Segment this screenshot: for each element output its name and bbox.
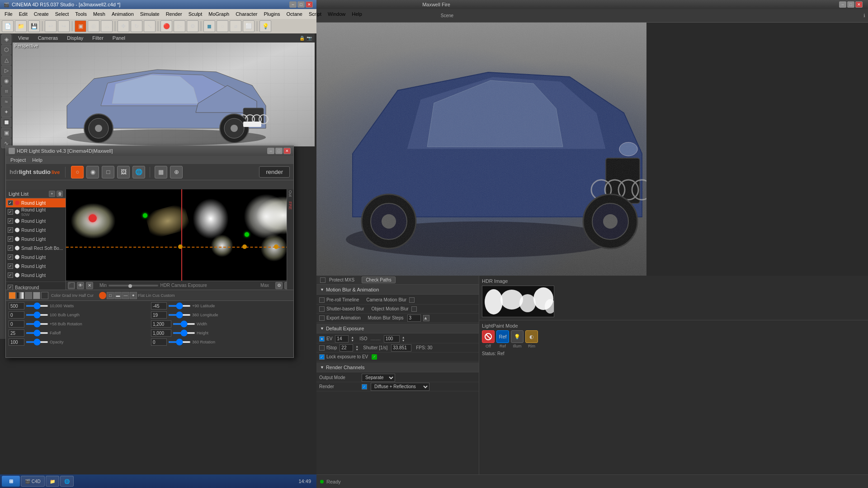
c4d-tool-model[interactable]: ◈	[1, 34, 11, 44]
shape-round[interactable]	[99, 292, 106, 299]
fstop-radio[interactable]	[319, 345, 325, 351]
light-item-0[interactable]: ✓ Round Light	[6, 198, 66, 207]
preroll-checkbox[interactable]	[319, 297, 325, 303]
c4d-tool-mograph[interactable]: ✦	[1, 107, 11, 117]
lp-off-button[interactable]	[482, 330, 495, 343]
hdr-tool-circle[interactable]: ○	[71, 166, 84, 178]
bulb-length-input[interactable]	[9, 311, 24, 319]
swatch-grad[interactable]	[17, 292, 24, 299]
canvas-light-small[interactable]	[211, 235, 233, 257]
longitude-input[interactable]	[151, 311, 167, 319]
c4d-tool-render[interactable]: 🔲	[1, 117, 11, 127]
bulb-rot-slider[interactable]	[26, 323, 48, 325]
c4d-tool-paint[interactable]: ⬡	[1, 45, 11, 55]
iso-input[interactable]	[384, 335, 400, 343]
hdr-menu-help[interactable]: Help	[29, 157, 45, 163]
shutter-input[interactable]	[391, 344, 411, 352]
lp-ref-button[interactable]: Ref	[496, 330, 509, 343]
iso-down[interactable]: ▼	[402, 339, 405, 342]
toolbar-cube[interactable]: ◼	[203, 20, 215, 32]
menu-script[interactable]: Script	[306, 10, 324, 18]
fstop-down[interactable]: ▼	[355, 348, 359, 351]
mblur-steps-input[interactable]	[407, 314, 421, 322]
menu-file[interactable]: File	[2, 10, 15, 18]
menu-octane[interactable]: Octane	[284, 10, 305, 18]
maximize-button[interactable]: □	[297, 1, 305, 8]
toolbar-render-preview[interactable]: 🔴	[160, 20, 172, 32]
light-item-bg[interactable]: ✓ Background	[6, 283, 66, 290]
toolbar-cylinder[interactable]: ⌀	[230, 20, 241, 32]
light-check-6[interactable]: ✓	[8, 254, 13, 260]
light-check-8[interactable]: ✓	[8, 272, 13, 278]
menu-simulate[interactable]: Simulate	[137, 10, 162, 18]
maxwell-maximize[interactable]: □	[847, 1, 854, 8]
menu-help[interactable]: Help	[349, 10, 365, 18]
canvas-light-far-right[interactable]	[244, 194, 289, 239]
menu-sculpt[interactable]: Sculpt	[186, 10, 205, 18]
lp-illum-button[interactable]: 💡	[511, 330, 524, 343]
close-button[interactable]: ✕	[306, 1, 313, 8]
toolbar-sel-rect[interactable]: ▣	[75, 20, 86, 32]
render-val-select[interactable]: Diffuse + Reflections All	[371, 383, 429, 391]
c4d-tool-sculpt[interactable]: △	[1, 55, 11, 65]
swatch-half[interactable]	[33, 292, 40, 299]
toolbar-rotate[interactable]: ↻	[131, 20, 142, 32]
canvas-visibility[interactable]: 👁	[77, 282, 84, 289]
ev-input[interactable]	[335, 335, 349, 343]
light-list-delete[interactable]: 🗑	[57, 191, 63, 197]
toolbar-render-settings[interactable]: ⚙	[187, 20, 198, 32]
motion-blur-section[interactable]: ▼ Motion Blur & Animation	[316, 285, 479, 295]
vp-filter[interactable]: Filter	[90, 35, 106, 41]
menu-character[interactable]: Character	[233, 10, 260, 18]
swatch-main[interactable]	[9, 292, 16, 299]
hdr-tool-gradient[interactable]: ▦	[155, 166, 167, 178]
c4d-tool-material[interactable]: ◉	[1, 76, 11, 86]
height-slider[interactable]	[173, 332, 195, 334]
vp-panel[interactable]: Panel	[110, 35, 128, 41]
hdr-maximize-button[interactable]: □	[275, 148, 283, 154]
toolbar-redo[interactable]: ↪	[58, 20, 70, 32]
taskbar-explorer[interactable]: 📁	[46, 476, 59, 487]
hdr-tool-round[interactable]: ◉	[86, 166, 99, 178]
longitude-slider[interactable]	[168, 314, 191, 316]
taskbar-chrome[interactable]: 🌐	[60, 476, 74, 487]
toolbar-scale[interactable]: ⤡	[144, 20, 156, 32]
shutter-blur-checkbox[interactable]	[319, 306, 325, 312]
width-slider[interactable]	[173, 323, 195, 325]
light-check-3[interactable]: ✓	[8, 227, 13, 233]
ev-radio[interactable]: ●	[319, 336, 325, 342]
light-item-1[interactable]: ✓ Round Light 50W	[6, 207, 66, 216]
vp-view[interactable]: View	[15, 35, 32, 41]
menu-select[interactable]: Select	[52, 10, 72, 18]
toolbar-open[interactable]: 📁	[15, 20, 27, 32]
start-button[interactable]: ⊞	[2, 476, 20, 487]
height-input[interactable]	[151, 329, 171, 337]
iso-up[interactable]: ▲	[402, 336, 405, 339]
light-check-bg[interactable]: ✓	[8, 285, 13, 290]
hdr-canvas[interactable]	[66, 189, 293, 290]
menu-edit[interactable]: Edit	[16, 10, 30, 18]
exposure-section[interactable]: ▼ Default Exposure	[316, 324, 479, 333]
light-check-7[interactable]: ✓	[8, 263, 13, 269]
toolbar-undo[interactable]: ↩	[45, 20, 57, 32]
falloff-slider[interactable]	[26, 332, 48, 334]
object-blur-checkbox[interactable]	[411, 306, 417, 312]
light-list-add[interactable]: +	[49, 191, 55, 197]
fstop-up[interactable]: ▲	[355, 345, 359, 348]
toolbar-new[interactable]: 📄	[2, 20, 14, 32]
hdr-close-button[interactable]: ✕	[283, 148, 291, 154]
toolbar-save[interactable]: 💾	[28, 20, 40, 32]
output-mode-select[interactable]: Separate Combined	[362, 374, 395, 382]
taskbar-c4d[interactable]: 🎬 C4D	[21, 476, 45, 487]
ev-up[interactable]: ▲	[351, 336, 354, 339]
bulb-rot-input[interactable]	[9, 320, 24, 328]
shape-custom[interactable]: ✦	[130, 292, 137, 299]
light-check-2[interactable]: ✓	[8, 218, 13, 224]
watts-slider[interactable]	[26, 305, 48, 307]
hdr-menu-project[interactable]: Project	[8, 157, 28, 163]
c4d-tool-rigging[interactable]: ⌗	[1, 86, 11, 96]
shape-rect[interactable]: □	[107, 292, 114, 299]
hdr-render-button[interactable]: render	[259, 166, 290, 178]
opacity-input[interactable]	[9, 338, 24, 346]
menu-tools[interactable]: Tools	[72, 10, 90, 18]
